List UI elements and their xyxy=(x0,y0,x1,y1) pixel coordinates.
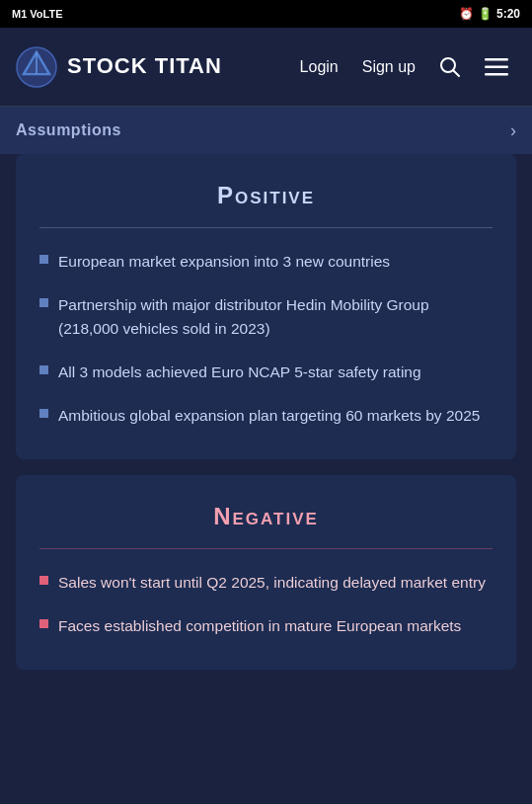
signup-link[interactable]: Sign up xyxy=(354,52,423,82)
bullet-icon xyxy=(39,409,48,418)
svg-line-5 xyxy=(454,70,460,76)
negative-item-2: Faces established competition in mature … xyxy=(58,614,461,638)
search-button[interactable] xyxy=(431,52,469,82)
negative-divider xyxy=(39,548,493,549)
svg-rect-7 xyxy=(485,65,508,68)
bullet-icon xyxy=(39,576,48,585)
sub-header-title: Assumptions xyxy=(16,121,121,139)
time-display: 5:20 xyxy=(496,7,520,21)
sub-header: Assumptions › xyxy=(0,107,532,154)
bullet-icon xyxy=(39,619,48,628)
status-left: M1 VoLTE xyxy=(12,8,63,20)
bullet-icon xyxy=(39,365,48,374)
positive-item-4: Ambitious global expansion plan targetin… xyxy=(58,404,480,428)
negative-list: Sales won't start until Q2 2025, indicat… xyxy=(39,571,493,638)
list-item: Sales won't start until Q2 2025, indicat… xyxy=(39,571,493,595)
nav-links: Login Sign up xyxy=(292,52,516,82)
hamburger-icon xyxy=(485,58,508,76)
positive-section: Positive European market expansion into … xyxy=(16,154,516,459)
main-content: Positive European market expansion into … xyxy=(0,154,532,689)
svg-rect-6 xyxy=(485,58,508,61)
positive-title-text: Positive xyxy=(217,182,315,208)
chevron-right-icon[interactable]: › xyxy=(510,121,516,141)
list-item: All 3 models achieved Euro NCAP 5-star s… xyxy=(39,361,493,384)
brand-name: STOCK TITAN xyxy=(67,54,222,78)
positive-item-2: Partnership with major distributor Hedin… xyxy=(58,293,493,341)
brand[interactable]: STOCK TITAN xyxy=(16,46,222,88)
negative-title-text: Negative xyxy=(213,503,319,529)
battery-icon: 🔋 xyxy=(478,7,493,21)
positive-divider xyxy=(39,227,493,228)
negative-item-1: Sales won't start until Q2 2025, indicat… xyxy=(58,571,486,595)
list-item: Faces established competition in mature … xyxy=(39,614,493,638)
negative-title: Negative xyxy=(39,503,493,530)
menu-button[interactable] xyxy=(477,54,516,80)
alarm-icon: ⏰ xyxy=(459,7,474,21)
bullet-icon xyxy=(39,298,48,307)
login-link[interactable]: Login xyxy=(292,52,346,82)
status-right: ⏰ 🔋 5:20 xyxy=(459,7,520,21)
positive-title: Positive xyxy=(39,182,493,209)
svg-rect-8 xyxy=(485,73,508,76)
positive-item-3: All 3 models achieved Euro NCAP 5-star s… xyxy=(58,361,421,384)
list-item: European market expansion into 3 new cou… xyxy=(39,250,493,274)
list-item: Ambitious global expansion plan targetin… xyxy=(39,404,493,428)
positive-list: European market expansion into 3 new cou… xyxy=(39,250,493,428)
search-icon xyxy=(439,56,461,78)
positive-item-1: European market expansion into 3 new cou… xyxy=(58,250,390,274)
navbar: STOCK TITAN Login Sign up xyxy=(0,28,532,107)
list-item: Partnership with major distributor Hedin… xyxy=(39,293,493,341)
carrier-text: M1 VoLTE xyxy=(12,8,63,20)
brand-logo-icon xyxy=(16,46,57,88)
bullet-icon xyxy=(39,255,48,264)
negative-section: Negative Sales won't start until Q2 2025… xyxy=(16,475,516,670)
status-bar: M1 VoLTE ⏰ 🔋 5:20 xyxy=(0,0,532,28)
